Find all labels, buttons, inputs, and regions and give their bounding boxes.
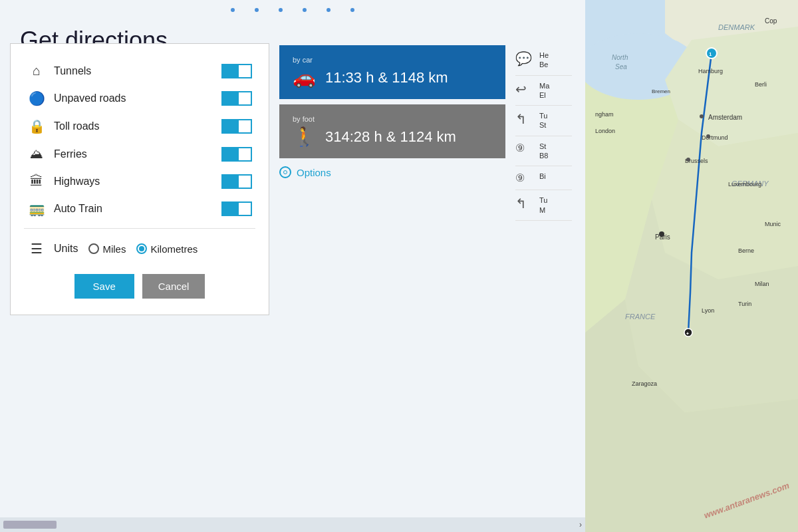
dir-icon-chat: 💬: [515, 51, 534, 66]
dir-text-4: Bi: [539, 172, 546, 181]
route-card-foot[interactable]: by foot 🚶 314:28 h & 1124 km: [279, 104, 505, 158]
svg-text:Amsterdam: Amsterdam: [708, 114, 742, 121]
svg-text:Berli: Berli: [755, 81, 767, 88]
dir-text-2: Tu St: [539, 111, 547, 130]
dir-icon-turn2: ↰: [515, 111, 534, 127]
miles-label: Miles: [102, 243, 126, 255]
dir-item-0[interactable]: 💬 He Be: [515, 45, 572, 76]
svg-point-35: [706, 134, 710, 138]
svg-text:Turin: Turin: [738, 301, 751, 307]
dir-icon-turn5: ↰: [515, 196, 534, 211]
dir-text-1: Ma El: [539, 81, 549, 100]
car-icon: 🚗: [293, 66, 316, 88]
unpaved-roads-toggle[interactable]: [221, 91, 252, 106]
divider: [24, 228, 255, 229]
toll-roads-toggle[interactable]: [221, 119, 252, 134]
options-dialog: ⌂ Tunnels 🔵 Unpaved roads 🔒 Toll roads: [10, 43, 269, 315]
svg-text:Lyon: Lyon: [702, 307, 714, 314]
kilometres-radio-circle[interactable]: [136, 243, 147, 254]
svg-point-34: [700, 114, 704, 118]
svg-text:Milan: Milan: [755, 281, 769, 287]
ferries-icon: ⛰: [27, 146, 46, 162]
svg-text:Dortmund: Dortmund: [702, 134, 728, 141]
unpaved-roads-label: Unpaved roads: [54, 92, 126, 104]
svg-point-37: [659, 231, 664, 237]
ferries-toggle[interactable]: [221, 147, 252, 162]
svg-text:Zaragoza: Zaragoza: [632, 380, 657, 387]
scrollbar-thumb[interactable]: [3, 521, 57, 529]
dir-item-5[interactable]: ↰ Tu M: [515, 190, 572, 221]
route-card-car[interactable]: by car 🚗 11:33 h & 1148 km: [279, 45, 505, 99]
dir-item-3[interactable]: ⑨ St B8: [515, 136, 572, 167]
car-time: 11:33 h & 1148 km: [325, 69, 448, 86]
auto-train-icon: 🚃: [27, 201, 46, 217]
nav-dot[interactable]: [327, 8, 331, 12]
svg-text:FRANCE: FRANCE: [625, 313, 656, 321]
miles-radio-circle[interactable]: [88, 243, 99, 254]
option-row-tunnels: ⌂ Tunnels: [24, 57, 255, 84]
foot-icon: 🚶: [293, 126, 316, 148]
scroll-right-arrow[interactable]: ›: [579, 520, 582, 529]
units-row: ☰ Units Miles Kilometres: [24, 234, 255, 263]
option-row-ferries: ⛰ Ferries: [24, 140, 255, 168]
toll-roads-label: Toll roads: [54, 120, 99, 132]
nav-dot[interactable]: [231, 8, 235, 12]
nav-dot[interactable]: [303, 8, 307, 12]
cancel-button[interactable]: Cancel: [142, 274, 205, 299]
dir-item-1[interactable]: ↩ Ma El: [515, 76, 572, 106]
toll-roads-icon: 🔒: [27, 118, 46, 134]
nav-dot[interactable]: [279, 8, 283, 12]
bottom-scrollbar[interactable]: ›: [0, 517, 585, 532]
svg-point-36: [686, 158, 690, 162]
map-svg: 1 ✦ DENMARK North Sea GERMANY FRANCE Cop…: [585, 0, 798, 532]
svg-text:Berne: Berne: [738, 247, 754, 254]
svg-text:Cop: Cop: [765, 17, 777, 25]
highways-icon: 🏛: [27, 174, 46, 189]
map-area: 1 ✦ DENMARK North Sea GERMANY FRANCE Cop…: [585, 0, 798, 532]
highways-label: Highways: [54, 176, 100, 188]
dir-item-2[interactable]: ↰ Tu St: [515, 106, 572, 136]
svg-text:DENMARK: DENMARK: [718, 23, 755, 31]
kilometres-label: Kilometres: [150, 243, 198, 255]
svg-text:London: London: [595, 128, 615, 134]
svg-text:Bremen: Bremen: [652, 88, 670, 94]
option-row-unpaved-roads: 🔵 Unpaved roads: [24, 84, 255, 112]
tunnels-label: Tunnels: [54, 65, 91, 77]
highways-toggle[interactable]: [221, 174, 252, 189]
svg-text:Hamburg: Hamburg: [698, 68, 723, 74]
option-row-toll-roads: 🔒 Toll roads: [24, 112, 255, 140]
options-link-label: Options: [297, 167, 331, 178]
ferries-label: Ferries: [54, 148, 87, 160]
nav-dot[interactable]: [350, 8, 354, 12]
route-mode-foot: by foot: [293, 115, 492, 123]
tunnels-toggle[interactable]: [221, 64, 252, 78]
dir-icon-num3: ⑨: [515, 142, 534, 154]
save-button[interactable]: Save: [74, 274, 134, 299]
svg-text:Sea: Sea: [615, 63, 627, 70]
options-link-icon: [279, 166, 291, 178]
top-dots: [0, 0, 585, 20]
directions-sidebar: 💬 He Be ↩ Ma El ↰ Tu St: [515, 45, 572, 221]
dir-text-0: He Be: [539, 51, 549, 70]
kilometres-radio[interactable]: Kilometres: [136, 243, 198, 255]
left-panel: Get directions ⌂ Tunnels 🔵 Unpaved roads: [0, 0, 585, 532]
dir-icon-num4: ⑨: [515, 172, 534, 184]
dir-item-4[interactable]: ⑨ Bi: [515, 166, 572, 190]
dir-icon-turn1: ↩: [515, 81, 534, 97]
nav-dot[interactable]: [255, 8, 259, 12]
svg-text:North: North: [612, 54, 628, 61]
options-link[interactable]: Options: [279, 166, 505, 178]
units-label: Units: [54, 243, 78, 255]
dir-text-5: Tu M: [539, 196, 547, 215]
svg-text:1: 1: [709, 51, 712, 57]
dir-text-3: St B8: [539, 142, 548, 161]
svg-text:✦: ✦: [686, 331, 690, 336]
option-row-highways: 🏛 Highways: [24, 168, 255, 195]
option-row-auto-train: 🚃 Auto Train: [24, 195, 255, 223]
svg-text:Munic: Munic: [765, 221, 781, 227]
miles-radio[interactable]: Miles: [88, 243, 126, 255]
route-mode-car: by car: [293, 56, 492, 64]
app-container: Get directions ⌂ Tunnels 🔵 Unpaved roads: [0, 0, 798, 532]
dialog-buttons: Save Cancel: [24, 274, 255, 301]
auto-train-toggle[interactable]: [221, 201, 252, 216]
